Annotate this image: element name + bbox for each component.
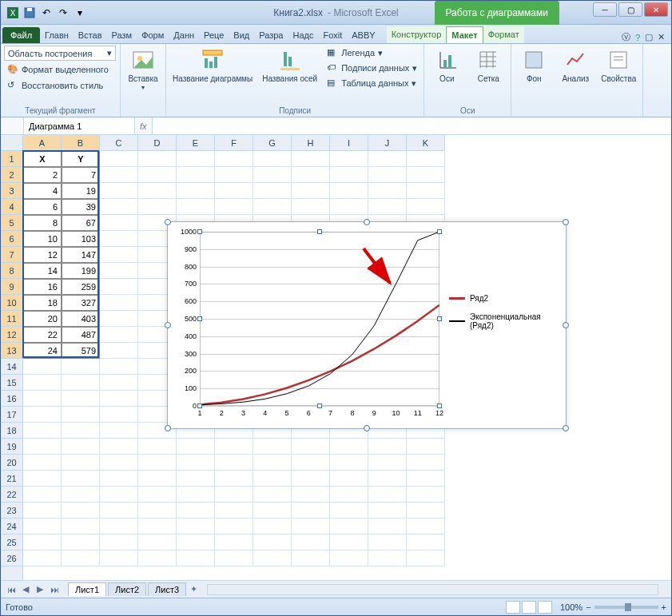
cell-H1[interactable] [292,151,330,167]
row-header-20[interactable]: 20 [1,455,22,471]
chart-element-selector[interactable]: Область построения▾ [4,46,116,61]
cell-C4[interactable] [100,199,138,215]
tab-Разм[interactable]: Разм [107,27,137,43]
tab-Надс[interactable]: Надс [288,27,318,43]
cell-B5[interactable]: 67 [62,215,100,231]
tab-ctx-Конструктор[interactable]: Конструктор [387,26,447,43]
chart-legend[interactable]: Ряд2 Экспоненциальная (Ряд2) [449,294,558,340]
excel-icon[interactable]: X [6,6,20,20]
cell-H2[interactable] [292,167,330,183]
cell-J2[interactable] [368,167,407,183]
cell-A1[interactable]: X [23,151,62,167]
cell-A9[interactable]: 16 [23,279,62,295]
cell-C22[interactable] [100,487,138,503]
cell-J1[interactable] [368,151,407,167]
row-header-1[interactable]: 1 [1,151,22,167]
cell-C24[interactable] [100,519,138,535]
row-header-3[interactable]: 3 [1,183,22,199]
cell-J21[interactable] [368,471,407,487]
cell-K3[interactable] [407,183,445,199]
cell-B12[interactable]: 487 [62,327,100,343]
cell-A24[interactable] [23,519,62,535]
cell-E1[interactable] [177,151,215,167]
cell-D22[interactable] [138,487,177,503]
cell-B11[interactable]: 403 [62,311,100,327]
cell-J24[interactable] [368,519,407,535]
cell-C2[interactable] [100,167,138,183]
format-selection-button[interactable]: 🎨Формат выделенного [4,62,112,77]
row-header-14[interactable]: 14 [1,359,22,375]
name-box[interactable] [23,117,135,134]
cell-D25[interactable] [138,535,177,550]
cell-D20[interactable] [138,455,177,471]
maximize-button[interactable]: ▢ [618,2,642,17]
save-icon[interactable] [22,6,37,20]
cell-D3[interactable] [138,183,177,199]
cell-D21[interactable] [138,471,177,487]
cell-K25[interactable] [407,535,445,550]
row-header-18[interactable]: 18 [1,423,22,439]
row-header-12[interactable]: 12 [1,327,22,343]
cell-H22[interactable] [292,487,330,503]
cell-C5[interactable] [100,215,138,231]
cell-K21[interactable] [407,471,445,487]
tab-Foxit[interactable]: Foxit [318,27,347,43]
cell-A17[interactable] [23,407,62,423]
cell-H20[interactable] [292,455,330,471]
analysis-button[interactable]: Анализ [556,46,594,85]
cell-B18[interactable] [62,423,100,439]
cell-A23[interactable] [23,503,62,519]
cell-C21[interactable] [100,471,138,487]
view-layout-button[interactable] [522,601,536,614]
cell-A14[interactable] [23,359,62,375]
help-icon[interactable]: ? [635,33,640,42]
cell-F19[interactable] [215,439,253,455]
cell-B20[interactable] [62,455,100,471]
cell-G20[interactable] [253,455,292,471]
cell-B24[interactable] [62,519,100,535]
tab-Главн[interactable]: Главн [40,27,74,43]
row-header-16[interactable]: 16 [1,391,22,407]
data-table-button[interactable]: ▤Таблица данных ▾ [324,76,420,90]
cell-G26[interactable] [253,550,292,566]
cell-B22[interactable] [62,487,100,503]
minimize-button[interactable]: ─ [593,2,617,17]
cell-I3[interactable] [330,183,368,199]
cell-B25[interactable] [62,535,100,550]
cell-A6[interactable]: 10 [23,231,62,247]
cell-H4[interactable] [292,199,330,215]
row-header-25[interactable]: 25 [1,535,22,550]
cell-H3[interactable] [292,183,330,199]
cell-B1[interactable]: Y [62,151,100,167]
cell-A3[interactable]: 4 [23,183,62,199]
row-header-9[interactable]: 9 [1,279,22,295]
col-header-D[interactable]: D [138,135,177,151]
cell-C13[interactable] [100,343,138,359]
row-header-7[interactable]: 7 [1,247,22,263]
cell-J23[interactable] [368,503,407,519]
select-all-corner[interactable] [1,135,22,151]
cell-B3[interactable]: 19 [62,183,100,199]
cell-I22[interactable] [330,487,368,503]
cell-A16[interactable] [23,391,62,407]
cell-C15[interactable] [100,375,138,391]
cell-A25[interactable] [23,535,62,550]
cell-G19[interactable] [253,439,292,455]
cell-A13[interactable]: 24 [23,343,62,359]
cell-F2[interactable] [215,167,253,183]
background-button[interactable]: Фон [515,46,553,85]
tab-Вид[interactable]: Вид [229,27,254,43]
tab-Форм[interactable]: Форм [137,27,169,43]
cell-H21[interactable] [292,471,330,487]
cell-B23[interactable] [62,503,100,519]
cell-C16[interactable] [100,391,138,407]
cell-F25[interactable] [215,535,253,550]
cell-D23[interactable] [138,503,177,519]
cell-B8[interactable]: 199 [62,263,100,279]
cell-A10[interactable]: 18 [23,295,62,311]
col-header-C[interactable]: C [100,135,138,151]
cell-K22[interactable] [407,487,445,503]
cell-H25[interactable] [292,535,330,550]
cell-G25[interactable] [253,535,292,550]
cell-G23[interactable] [253,503,292,519]
